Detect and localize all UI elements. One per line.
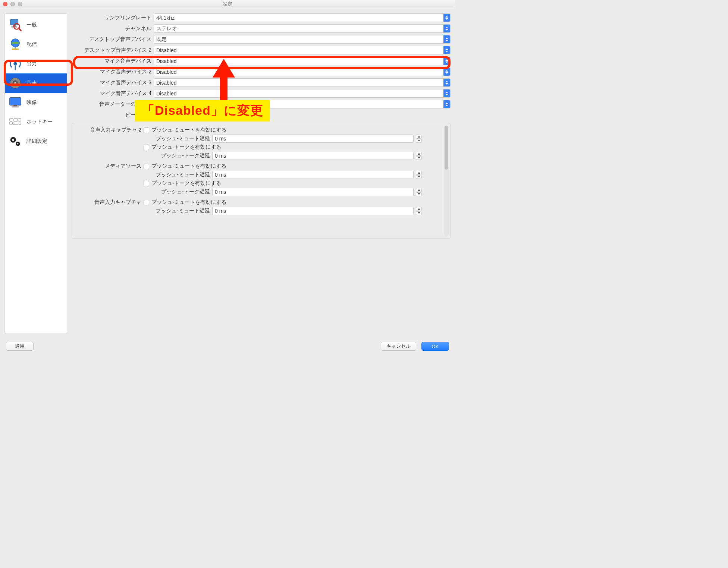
push-mute-checkbox[interactable] (144, 164, 149, 169)
push-mute-checkbox[interactable] (144, 127, 149, 133)
magnifier-icon (8, 18, 23, 32)
field-value: 0 ms (215, 208, 226, 214)
svg-rect-15 (12, 106, 19, 107)
label-mic-audio-3: マイク音声デバイス 3 (72, 79, 151, 86)
dialog-footer: 適用 キャンセル OK (0, 338, 455, 355)
select-value: Disabled (156, 47, 176, 53)
select-sampling-rate[interactable]: 44.1khz (154, 13, 451, 22)
sidebar-item-advanced[interactable]: 詳細設定 (5, 132, 67, 151)
group-name: メディアソース (75, 163, 141, 170)
window-title: 設定 (0, 1, 455, 7)
sidebar-item-video[interactable]: 映像 (5, 93, 67, 112)
row-desktop-audio-2: デスクトップ音声デバイス 2 Disabled (72, 46, 451, 54)
button-label: キャンセル (386, 343, 411, 350)
chevron-updown-icon (443, 14, 450, 22)
push-talk-label: プッシュ-トークを有効にする (151, 180, 221, 187)
push-talk-delay-field[interactable]: 0 ms (212, 152, 414, 160)
label-meter-decay: 音声メーターの減衰率 (72, 101, 151, 108)
settings-content: サンプリングレート 44.1khz チャンネル ステレオ デスクトップ音声デバイ… (72, 13, 451, 333)
push-talk-delay-stepper[interactable] (416, 152, 422, 160)
chevron-updown-icon (443, 46, 450, 54)
field-value: 0 ms (215, 172, 226, 178)
svg-rect-20 (13, 122, 18, 125)
push-mute-label: プッシュ-ミュートを有効にする (151, 199, 226, 206)
gears-icon (8, 134, 23, 149)
audio-sources-panel: 音声入力キャプチャ 2 プッシュ-ミュートを有効にする プッシュ-ミュート遅延 … (72, 123, 451, 239)
push-mute-delay-label: プッシュ-ミュート遅延 (144, 208, 210, 214)
settings-sidebar: 一般 配信 出力 音声 映像 (4, 13, 67, 333)
select-meter-decay[interactable]: 速い (154, 100, 451, 108)
sidebar-item-output[interactable]: 出力 (5, 54, 67, 73)
row-sampling-rate: サンプリングレート 44.1khz (72, 13, 451, 22)
push-mute-checkbox[interactable] (144, 200, 149, 205)
group-media-source: メディアソース プッシュ-ミュートを有効にする プッシュ-ミュート遅延 0 ms… (75, 163, 447, 196)
label-sampling-rate: サンプリングレート (72, 15, 151, 21)
svg-point-12 (14, 82, 16, 84)
sidebar-item-general[interactable]: 一般 (5, 15, 67, 35)
label-mic-audio-2: マイク音声デバイス 2 (72, 69, 151, 75)
select-value: 既定 (156, 36, 167, 43)
push-talk-delay-field[interactable]: 0 ms (212, 188, 414, 196)
window-titlebar: 設定 (0, 0, 455, 8)
select-mic-audio-2[interactable]: Disabled (154, 67, 451, 76)
sidebar-item-label: 一般 (26, 22, 37, 28)
row-desktop-audio: デスクトップ音声デバイス 既定 (72, 35, 451, 44)
push-mute-delay-field[interactable]: 0 ms (212, 207, 414, 215)
ok-button[interactable]: OK (421, 342, 449, 351)
push-mute-delay-label: プッシュ-ミュート遅延 (144, 135, 210, 142)
panel-scrollbar[interactable] (444, 126, 449, 236)
svg-line-4 (19, 28, 21, 31)
sidebar-item-audio[interactable]: 音声 (5, 73, 67, 93)
push-talk-checkbox[interactable] (144, 181, 149, 186)
select-mic-audio-3[interactable]: Disabled (154, 78, 451, 87)
select-channels[interactable]: ステレオ (154, 24, 451, 33)
sidebar-item-hotkeys[interactable]: ホットキー (5, 112, 67, 132)
svg-point-8 (13, 62, 17, 66)
chevron-updown-icon (443, 100, 450, 108)
push-mute-delay-field[interactable]: 0 ms (212, 171, 414, 179)
globe-icon (8, 37, 23, 52)
svg-rect-21 (19, 122, 21, 125)
push-talk-delay-stepper[interactable] (416, 188, 422, 196)
push-mute-delay-label: プッシュ-ミュート遅延 (144, 171, 210, 178)
apply-button[interactable]: 適用 (6, 342, 34, 351)
row-mic-audio-2: マイク音声デバイス 2 Disabled (72, 67, 451, 76)
sidebar-item-label: 出力 (26, 60, 37, 67)
select-desktop-audio-2[interactable]: Disabled (154, 46, 451, 54)
sidebar-item-label: ホットキー (26, 119, 53, 125)
field-value: 0 ms (215, 189, 226, 195)
push-mute-label: プッシュ-ミュートを有効にする (151, 163, 226, 170)
select-value: 44.1khz (156, 15, 175, 21)
label-channels: チャンネル (72, 25, 151, 32)
chevron-updown-icon (443, 35, 450, 43)
push-talk-delay-label: プッシュ-トーク遅延 (144, 189, 210, 195)
push-mute-delay-stepper[interactable] (416, 171, 422, 179)
push-mute-delay-stepper[interactable] (416, 135, 422, 143)
field-value: 0 ms (215, 153, 226, 159)
svg-rect-14 (13, 105, 17, 107)
speaker-icon (8, 76, 23, 91)
group-audio-capture-2: 音声入力キャプチャ 2 プッシュ-ミュートを有効にする プッシュ-ミュート遅延 … (75, 127, 447, 160)
svg-point-23 (12, 139, 14, 141)
row-peak-meter: ピークメー (72, 111, 451, 119)
sidebar-item-label: 配信 (26, 41, 37, 48)
sidebar-item-label: 映像 (26, 99, 37, 106)
label-peak-meter: ピークメー (72, 112, 151, 119)
label-desktop-audio-2: デスクトップ音声デバイス 2 (72, 47, 151, 54)
cancel-button[interactable]: キャンセル (381, 342, 416, 351)
select-mic-audio[interactable]: Disabled (154, 57, 451, 65)
push-mute-delay-field[interactable]: 0 ms (212, 135, 414, 143)
scrollbar-thumb[interactable] (445, 126, 448, 170)
push-talk-checkbox[interactable] (144, 145, 149, 150)
select-desktop-audio[interactable]: 既定 (154, 35, 451, 44)
chevron-updown-icon (443, 57, 450, 65)
button-label: 適用 (15, 343, 25, 350)
sidebar-item-stream[interactable]: 配信 (5, 35, 67, 54)
row-channels: チャンネル ステレオ (72, 24, 451, 33)
push-mute-delay-stepper[interactable] (416, 207, 422, 215)
select-value: ステレオ (156, 25, 177, 32)
row-mic-audio-3: マイク音声デバイス 3 Disabled (72, 78, 451, 87)
select-mic-audio-4[interactable]: Disabled (154, 89, 451, 98)
sidebar-item-label: 詳細設定 (26, 138, 47, 145)
antenna-icon (8, 56, 23, 71)
